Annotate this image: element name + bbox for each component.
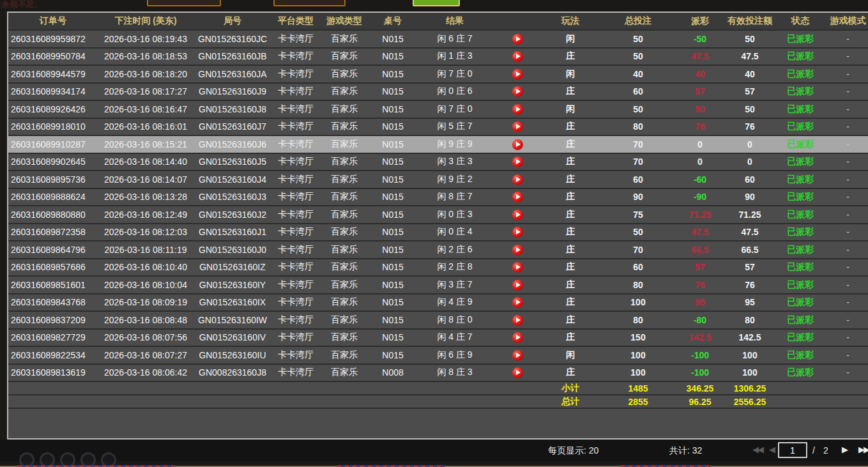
- replay-play-icon[interactable]: [512, 227, 523, 238]
- table-row[interactable]: 260316089872358 2026-03-16 08:12:03 GN01…: [8, 224, 868, 241]
- cell-valid-bet: 50: [722, 100, 777, 118]
- next-page-icon[interactable]: ▶: [842, 445, 847, 454]
- cell-bet-on: 闲: [542, 30, 598, 48]
- last-page-icon[interactable]: ▶▶: [858, 445, 868, 454]
- cell-valid-bet: 76: [722, 276, 777, 294]
- replay-play-icon[interactable]: [512, 121, 523, 132]
- replay-play-icon[interactable]: [512, 86, 523, 97]
- first-page-icon[interactable]: ◀◀: [752, 445, 763, 454]
- cell-round-number: GN015263160J3: [194, 188, 271, 206]
- cell-order-number: 260316089822534: [8, 346, 98, 364]
- table-row[interactable]: 260316089926426 2026-03-16 08:16:47 GN01…: [8, 100, 868, 118]
- play-triangle: [516, 107, 521, 112]
- prev-page-icon[interactable]: ◀: [769, 445, 774, 454]
- replay-play-icon[interactable]: [512, 315, 523, 326]
- cell-replay: [492, 364, 542, 382]
- subtotal-valid-bet: 1306.25: [722, 381, 777, 395]
- replay-play-icon[interactable]: [512, 367, 523, 378]
- table-body: 260316089959872 2026-03-16 08:19:43 GN01…: [8, 30, 868, 381]
- cell-result: 闲 0 庄 6: [417, 83, 492, 101]
- replay-play-icon[interactable]: [512, 157, 523, 167]
- top-button-2[interactable]: [273, 0, 346, 6]
- cell-game-type: 百家乐: [320, 224, 369, 241]
- replay-play-icon[interactable]: [512, 350, 523, 361]
- replay-play-icon[interactable]: [512, 262, 523, 273]
- cell-status: 已派彩: [777, 118, 823, 136]
- table-row[interactable]: 260316089843768 2026-03-16 08:09:19 GN01…: [8, 294, 868, 312]
- header-game-mode: 游戏模式: [823, 13, 868, 30]
- cell-bet-time: 2026-03-16 08:08:48: [98, 311, 194, 329]
- table-row[interactable]: 260316089813619 2026-03-16 08:06:42 GN00…: [8, 364, 868, 382]
- table-row[interactable]: 260316089822534 2026-03-16 08:07:27 GN01…: [8, 346, 868, 364]
- cell-table-number: N015: [369, 30, 417, 48]
- page-separator: /: [812, 445, 815, 456]
- table-row[interactable]: 260316089918010 2026-03-16 08:16:01 GN01…: [8, 118, 868, 136]
- replay-play-icon[interactable]: [512, 104, 523, 115]
- replay-play-icon[interactable]: [512, 69, 523, 80]
- cell-replay: [492, 153, 542, 171]
- table-row[interactable]: 260316089837209 2026-03-16 08:08:48 GN01…: [8, 311, 868, 329]
- cell-platform: 卡卡湾厅: [271, 48, 320, 66]
- replay-play-icon[interactable]: [512, 34, 523, 45]
- table-row[interactable]: 260316089851601 2026-03-16 08:10:04 GN01…: [8, 276, 868, 294]
- cell-order-number: 260316089888624: [8, 188, 98, 206]
- table-row[interactable]: 260316089888624 2026-03-16 08:13:28 GN01…: [8, 188, 868, 206]
- play-triangle: [516, 282, 521, 287]
- cell-total-bet: 80: [598, 276, 678, 294]
- cell-round-number: GN015263160JB: [194, 48, 271, 66]
- table-row[interactable]: 260316089950784 2026-03-16 08:18:53 GN01…: [8, 48, 868, 66]
- replay-play-icon[interactable]: [512, 174, 523, 185]
- table-row[interactable]: 260316089880880 2026-03-16 08:12:49 GN01…: [8, 206, 868, 224]
- cell-valid-bet: 95: [722, 294, 777, 312]
- replay-play-icon[interactable]: [512, 51, 523, 62]
- cell-game-type: 百家乐: [320, 206, 369, 224]
- cell-replay: [492, 224, 542, 241]
- cell-table-number: N015: [369, 83, 417, 101]
- cell-order-number: 260316089902645: [8, 153, 98, 171]
- top-button-1[interactable]: [147, 0, 221, 6]
- cell-bet-on: 庄: [542, 171, 598, 188]
- cell-result: 闲 9 庄 2: [417, 171, 492, 188]
- table-row[interactable]: 260316089895736 2026-03-16 08:14:07 GN01…: [8, 171, 868, 188]
- table-row[interactable]: 260316089944579 2026-03-16 08:18:20 GN01…: [8, 65, 868, 83]
- replay-play-icon[interactable]: [512, 332, 523, 343]
- cell-round-number: GN015263160IU: [194, 346, 271, 364]
- table-row[interactable]: 260316089857686 2026-03-16 08:10:40 GN01…: [8, 259, 868, 277]
- cell-valid-bet: 0: [722, 135, 777, 153]
- cell-order-number: 260316089837209: [8, 311, 98, 329]
- play-triangle: [516, 36, 521, 42]
- cell-game-mode: -: [823, 294, 868, 312]
- cell-round-number: GN015263160IV: [194, 329, 271, 347]
- replay-play-icon[interactable]: [512, 210, 523, 220]
- cell-status: 已派彩: [777, 188, 823, 206]
- table-row[interactable]: 260316089910287 2026-03-16 08:15:21 GN01…: [8, 135, 868, 153]
- replay-play-icon[interactable]: [512, 192, 523, 203]
- table-row[interactable]: 260316089827729 2026-03-16 08:07:56 GN01…: [8, 329, 868, 347]
- page-number-input[interactable]: [778, 442, 807, 458]
- cell-status: 已派彩: [777, 100, 823, 118]
- top-button-active[interactable]: [413, 0, 460, 6]
- cell-status: 已派彩: [777, 135, 823, 153]
- replay-play-icon[interactable]: [512, 297, 523, 308]
- table-row[interactable]: 260316089864796 2026-03-16 08:11:19 GN01…: [8, 241, 868, 259]
- cell-bet-time: 2026-03-16 08:18:53: [98, 48, 194, 66]
- cell-game-mode: -: [823, 188, 868, 206]
- cell-status: 已派彩: [777, 48, 823, 66]
- cell-bet-on: 庄: [542, 294, 598, 312]
- cell-total-bet: 60: [598, 259, 678, 277]
- replay-play-icon[interactable]: [512, 280, 523, 291]
- table-row[interactable]: 260316089902645 2026-03-16 08:14:40 GN01…: [8, 153, 868, 171]
- cell-total-bet: 70: [598, 241, 678, 259]
- total-label: 总计: [542, 395, 598, 408]
- cell-bet-on: 庄: [542, 48, 598, 66]
- cell-bet-time: 2026-03-16 08:19:43: [98, 30, 194, 48]
- replay-play-icon[interactable]: [512, 139, 523, 150]
- table-row[interactable]: 260316089934174 2026-03-16 08:17:27 GN01…: [8, 83, 868, 101]
- cell-platform: 卡卡湾厅: [271, 224, 320, 241]
- replay-play-icon[interactable]: [512, 245, 523, 256]
- table-row[interactable]: 260316089959872 2026-03-16 08:19:43 GN01…: [8, 30, 868, 48]
- cell-platform: 卡卡湾厅: [271, 65, 320, 83]
- cell-bet-on: 庄: [542, 135, 598, 153]
- cell-platform: 卡卡湾厅: [271, 188, 320, 206]
- cell-game-mode: -: [823, 311, 868, 329]
